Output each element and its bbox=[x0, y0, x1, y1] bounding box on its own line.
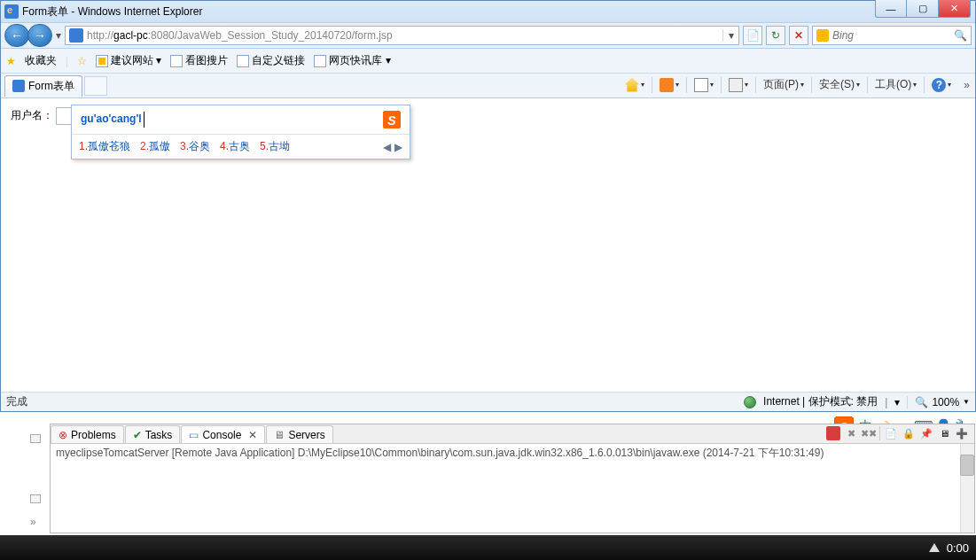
address-bar[interactable]: http:// gacl-pc :8080/JavaWeb_Session_St… bbox=[65, 26, 739, 45]
minimize-button[interactable]: — bbox=[875, 0, 907, 18]
search-box[interactable]: Bing 🔍 bbox=[812, 26, 972, 45]
ime-next-icon[interactable]: ▶ bbox=[394, 141, 402, 153]
home-button[interactable]: ▾ bbox=[621, 76, 648, 94]
compat-button[interactable]: 📄 bbox=[743, 26, 762, 45]
ime-candidate-window: gu'ao'cang'l S 1.孤傲苍狼 2.孤傲 3.谷奥 4.古奥 5.古… bbox=[71, 105, 410, 159]
favorites-label[interactable]: 收藏夹 bbox=[25, 53, 57, 68]
tabs-row: Form表单 ▾ ▾ ▾ ▾ 页面(P) ▾ 安全(S) ▾ 工具(O) ▾ ?… bbox=[1, 74, 975, 98]
ime-candidate-3[interactable]: 3.谷奥 bbox=[180, 139, 210, 154]
favorites-bar: ★ 收藏夹 | ☆ 建议网站 ▾ 看图搜片 自定义链接 网页快讯库 ▾ bbox=[1, 49, 975, 74]
url-scheme: http:// bbox=[87, 29, 113, 42]
page-icon bbox=[237, 55, 249, 67]
forward-button[interactable]: → bbox=[27, 24, 52, 47]
pin-console-icon[interactable]: 📌 bbox=[919, 426, 933, 440]
fav-item-webslice[interactable]: 网页快讯库 ▾ bbox=[314, 53, 390, 68]
fav-item-suggested[interactable]: 建议网站 ▾ bbox=[96, 53, 161, 68]
eclipse-console-panel: ⊗Problems ✔Tasks ▭Console✕ 🖥Servers ✖ ✖✖… bbox=[50, 424, 975, 533]
rss-button[interactable]: ▾ bbox=[656, 76, 683, 94]
print-button[interactable]: ▾ bbox=[725, 76, 752, 94]
windows-taskbar: 0:00 bbox=[0, 535, 976, 560]
nav-row: ← → ▾ http:// gacl-pc :8080/JavaWeb_Sess… bbox=[1, 22, 975, 49]
stop-button[interactable]: ✕ bbox=[789, 26, 808, 45]
fav-item-custom[interactable]: 自定义链接 bbox=[237, 53, 305, 68]
ie-window: Form表单 - Windows Internet Explorer — ▢ ✕… bbox=[0, 0, 976, 412]
page-icon bbox=[170, 55, 183, 67]
page-menu[interactable]: 页面(P) ▾ bbox=[760, 75, 808, 94]
help-icon: ? bbox=[932, 78, 946, 92]
tools-menu[interactable]: 工具(O) ▾ bbox=[871, 75, 920, 94]
scroll-lock-icon[interactable]: 🔒 bbox=[902, 426, 916, 440]
home-icon bbox=[625, 78, 639, 92]
display-console-icon[interactable]: 🖥 bbox=[937, 426, 951, 440]
ime-candidate-5[interactable]: 5.古坳 bbox=[260, 139, 290, 154]
url-path: :8080/JavaWeb_Session_Study_20140720/for… bbox=[148, 29, 722, 42]
sogou-logo-icon: S bbox=[383, 111, 401, 128]
zoom-dropdown[interactable]: ▼ bbox=[963, 398, 970, 406]
scrollbar-thumb[interactable] bbox=[960, 455, 974, 476]
tray-overflow-icon[interactable] bbox=[929, 543, 940, 552]
search-icon[interactable]: 🔍 bbox=[954, 29, 967, 42]
zone-text: Internet | 保护模式: 禁用 bbox=[763, 394, 878, 409]
ie-icon bbox=[12, 80, 25, 92]
ime-candidate-4[interactable]: 4.古奥 bbox=[220, 139, 250, 154]
tab-problems[interactable]: ⊗Problems bbox=[51, 425, 124, 443]
tab-servers[interactable]: 🖥Servers bbox=[266, 425, 332, 443]
ie-icon bbox=[4, 4, 19, 19]
ime-candidate-2[interactable]: 2.孤傲 bbox=[140, 139, 170, 154]
status-bar: 完成 Internet | 保护模式: 禁用 | ▾ 🔍 100% ▼ bbox=[1, 392, 975, 411]
page-orange-icon bbox=[96, 55, 108, 67]
tab-form[interactable]: Form表单 bbox=[4, 75, 82, 97]
close-button[interactable]: ✕ bbox=[939, 0, 971, 18]
maximize-button[interactable]: ▢ bbox=[907, 0, 939, 18]
print-icon bbox=[729, 78, 743, 92]
ime-prev-icon[interactable]: ◀ bbox=[383, 141, 391, 153]
taskbar-clock[interactable]: 0:00 bbox=[947, 541, 969, 555]
overflow-chevron[interactable]: » bbox=[964, 79, 970, 91]
url-dropdown[interactable]: ▾ bbox=[722, 29, 738, 42]
console-toolbar: ✖ ✖✖ 📄 🔒 📌 🖥 ➕ bbox=[826, 426, 969, 440]
open-console-icon[interactable]: ➕ bbox=[955, 426, 969, 440]
close-icon[interactable]: ✕ bbox=[248, 429, 257, 441]
new-tab-button[interactable] bbox=[84, 76, 107, 96]
fav-item-imgsearch[interactable]: 看图搜片 bbox=[170, 53, 228, 68]
gutter-marker[interactable] bbox=[30, 494, 41, 503]
ime-composition: gu'ao'cang'l bbox=[81, 113, 142, 125]
tab-console[interactable]: ▭Console✕ bbox=[181, 425, 265, 443]
terminate-icon[interactable] bbox=[826, 426, 840, 440]
back-button[interactable]: ← bbox=[4, 24, 29, 47]
page-icon bbox=[69, 28, 83, 43]
search-placeholder: Bing bbox=[832, 29, 950, 42]
history-dropdown[interactable]: ▾ bbox=[56, 29, 61, 42]
remove-launch-icon[interactable]: ✖ bbox=[844, 426, 858, 440]
url-host: gacl-pc bbox=[113, 29, 148, 42]
window-title: Form表单 - Windows Internet Explorer bbox=[22, 4, 202, 19]
ime-candidate-1[interactable]: 1.孤傲苍狼 bbox=[79, 139, 130, 154]
status-text: 完成 bbox=[6, 394, 27, 409]
gutter-marker[interactable] bbox=[30, 434, 41, 443]
safety-menu[interactable]: 安全(S) ▾ bbox=[816, 75, 863, 94]
mail-icon bbox=[694, 78, 708, 92]
protected-dropdown[interactable]: ▾ bbox=[894, 396, 900, 408]
window-buttons: — ▢ ✕ bbox=[875, 0, 971, 18]
console-body: myeclipseTomcatServer [Remote Java Appli… bbox=[51, 444, 974, 533]
console-line: myeclipseTomcatServer [Remote Java Appli… bbox=[56, 447, 824, 459]
rss-icon bbox=[660, 78, 674, 92]
username-label: 用户名： bbox=[11, 109, 53, 121]
help-button[interactable]: ?▾ bbox=[928, 76, 955, 94]
globe-icon bbox=[744, 396, 756, 408]
page-icon bbox=[314, 55, 326, 67]
zoom-icon[interactable]: 🔍 bbox=[915, 396, 928, 408]
command-bar: ▾ ▾ ▾ ▾ 页面(P) ▾ 安全(S) ▾ 工具(O) ▾ ?▾ » bbox=[621, 75, 970, 94]
clear-console-icon[interactable]: 📄 bbox=[884, 426, 898, 440]
refresh-button[interactable]: ↻ bbox=[766, 26, 785, 45]
tab-tasks[interactable]: ✔Tasks bbox=[125, 425, 181, 443]
gutter-chevron-icon[interactable]: » bbox=[30, 516, 41, 525]
mail-button[interactable]: ▾ bbox=[691, 76, 717, 94]
add-fav-icon[interactable]: ☆ bbox=[77, 55, 87, 67]
titlebar: Form表单 - Windows Internet Explorer — ▢ ✕ bbox=[1, 1, 975, 22]
favorites-star-icon[interactable]: ★ bbox=[6, 55, 16, 67]
tab-label: Form表单 bbox=[28, 79, 74, 94]
remove-all-icon[interactable]: ✖✖ bbox=[862, 426, 876, 440]
zoom-value: 100% bbox=[932, 396, 959, 408]
ime-cursor bbox=[144, 112, 144, 128]
